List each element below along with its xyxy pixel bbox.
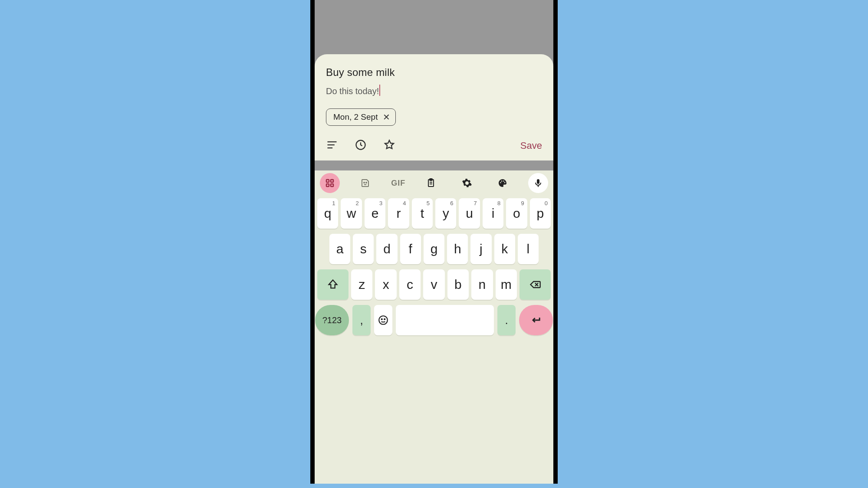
task-title-input[interactable]: Buy some milk [326,66,542,79]
close-icon[interactable]: ✕ [383,113,390,121]
svg-rect-18 [537,179,539,184]
key-n[interactable]: n [471,269,493,300]
key-y[interactable]: y6 [435,198,456,229]
keyboard-toolbar: GIF [315,170,553,196]
keyboard-row-3: zxcvbnm [317,269,551,300]
svg-point-8 [364,182,365,183]
gif-button[interactable]: GIF [391,179,405,188]
key-o[interactable]: o9 [506,198,527,229]
key-e[interactable]: e3 [365,198,385,229]
shift-key[interactable] [317,269,349,300]
star-icon[interactable] [383,139,395,153]
svg-point-17 [504,182,505,183]
key-r[interactable]: r4 [388,198,409,229]
key-z[interactable]: z [351,269,372,300]
keyboard-row-1: q1w2e3r4t5y6u7i8o9p0 [317,198,551,229]
palette-icon[interactable] [493,173,513,193]
toolbar: Save [326,139,542,153]
svg-rect-5 [331,180,333,182]
spacebar-key[interactable] [396,305,494,335]
key-x[interactable]: x [375,269,396,300]
key-i[interactable]: i8 [483,198,503,229]
key-j[interactable]: j [470,234,491,264]
svg-point-15 [501,180,502,182]
comma-key[interactable]: , [352,305,371,335]
keyboard-rows: q1w2e3r4t5y6u7i8o9p0 asdfghjkl zxcvbnm ?… [315,196,553,484]
svg-rect-7 [331,184,333,187]
task-editor-sheet: Buy some milk Do this today! Mon, 2 Sept… [315,54,553,160]
symbols-key[interactable]: ?123 [315,305,349,335]
sticker-icon[interactable] [355,173,375,193]
clock-icon[interactable] [355,139,367,153]
svg-point-22 [379,316,388,324]
keyboard-row-2: asdfghjkl [317,234,551,264]
svg-rect-4 [326,180,329,182]
key-v[interactable]: v [423,269,444,300]
apps-icon[interactable] [320,173,340,193]
key-b[interactable]: b [447,269,469,300]
svg-rect-6 [326,184,329,187]
key-w[interactable]: w2 [341,198,362,229]
screen: Buy some milk Do this today! Mon, 2 Sept… [315,0,553,484]
key-m[interactable]: m [496,269,517,300]
clipboard-icon[interactable] [421,173,441,193]
phone-frame: Buy some milk Do this today! Mon, 2 Sept… [310,0,558,484]
notes-icon[interactable] [326,139,338,153]
key-l[interactable]: l [518,234,539,264]
task-note-text: Do this today! [326,86,379,96]
key-u[interactable]: u7 [459,198,480,229]
emoji-key[interactable] [374,305,392,335]
key-h[interactable]: h [447,234,468,264]
microphone-icon[interactable] [528,173,548,193]
key-p[interactable]: p0 [530,198,551,229]
keyboard-row-4: ?123 , . [317,305,551,335]
key-g[interactable]: g [424,234,444,264]
key-t[interactable]: t5 [412,198,433,229]
text-cursor [379,85,380,96]
period-key[interactable]: . [497,305,516,335]
date-chip[interactable]: Mon, 2 Sept ✕ [326,108,396,126]
key-q[interactable]: q1 [317,198,338,229]
svg-point-14 [500,182,501,183]
key-k[interactable]: k [494,234,515,264]
gear-icon[interactable] [457,173,477,193]
backspace-key[interactable] [519,269,551,300]
save-button[interactable]: Save [520,140,542,151]
key-f[interactable]: f [400,234,421,264]
key-a[interactable]: a [329,234,350,264]
toolbar-left [326,139,395,153]
svg-point-9 [366,182,367,183]
svg-point-16 [503,180,504,182]
task-note-input[interactable]: Do this today! [326,85,380,96]
date-chip-label: Mon, 2 Sept [333,112,378,122]
svg-point-24 [384,319,385,320]
svg-point-23 [381,319,382,320]
enter-key[interactable] [519,305,553,335]
key-d[interactable]: d [376,234,397,264]
keyboard: GIF q1w2e3r4t5y6u7i8o9p0 asdfghjkl [315,170,553,484]
key-s[interactable]: s [353,234,374,264]
key-c[interactable]: c [399,269,421,300]
